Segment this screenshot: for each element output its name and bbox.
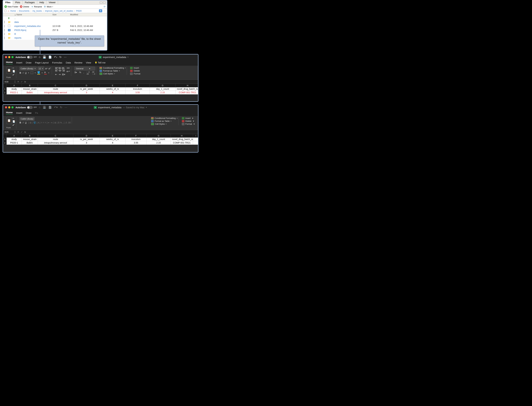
cell[interactable]: day_1_count <box>150 87 176 91</box>
more-button[interactable]: ⚙ More ▾ <box>44 5 53 8</box>
percent-icon[interactable]: % <box>79 71 81 75</box>
minimize-icon[interactable] <box>8 56 10 58</box>
cell[interactable]: mouse_strain <box>22 87 38 91</box>
cell[interactable]: 2.15 <box>150 91 176 94</box>
more-icon[interactable]: ⋯ <box>103 10 106 12</box>
switch-icon[interactable] <box>27 106 33 109</box>
align-right-icon[interactable] <box>62 70 65 72</box>
cell[interactable]: intrapulmonary aerosol <box>38 141 73 145</box>
cell[interactable]: weeks_of_rx <box>100 87 126 91</box>
breadcrumb-documents[interactable]: Documents <box>18 10 30 12</box>
minimize-icon[interactable] <box>8 106 10 109</box>
file-row[interactable]: ⬆.. <box>3 16 107 20</box>
close-icon[interactable] <box>5 56 7 58</box>
conditional-formatting-button[interactable]: Conditional Formatting▾ <box>99 67 126 69</box>
decrease-decimal-icon[interactable]: .00→.0 <box>92 71 95 75</box>
increase-font-icon[interactable]: A▴ <box>45 67 47 70</box>
conditional-formatting-button[interactable]: Conditional Formatting▾ <box>151 117 177 119</box>
cell[interactable]: novel_drug_batch_number <box>176 87 199 91</box>
spreadsheet-grid-1[interactable]: ABCDEFGH1studymouse_strainrouterx_per_we… <box>3 84 198 94</box>
insert-cells-button[interactable]: Insert <box>130 67 140 69</box>
select-all-checkbox[interactable] <box>4 10 7 12</box>
corner-cell[interactable] <box>3 84 7 87</box>
underline-button[interactable]: U <box>25 72 27 74</box>
cell[interactable]: 3.55 <box>126 91 150 94</box>
tab-draw[interactable]: Draw <box>26 61 31 64</box>
italic-button[interactable]: I <box>23 121 23 124</box>
column-header[interactable]: H <box>171 134 193 138</box>
file-name[interactable]: experiment_metadata.xlsx <box>14 25 41 27</box>
file-name[interactable]: data <box>14 21 19 23</box>
chevron-down-icon[interactable]: ▾ <box>127 56 128 58</box>
currency-icon[interactable]: $▾ <box>74 71 77 75</box>
italic-button[interactable]: I <box>23 72 23 74</box>
row-header[interactable]: 2 <box>3 91 7 94</box>
column-header[interactable]: B <box>22 84 38 87</box>
tab-viewer[interactable]: Viewer <box>46 0 58 5</box>
tab-plots[interactable]: Plots <box>13 0 22 5</box>
fx-icon[interactable]: fx <box>24 80 26 83</box>
cell[interactable]: Balb/c <box>22 141 38 145</box>
save-icon[interactable]: 💾 <box>43 55 46 59</box>
breadcrumb-pi020[interactable]: PI020 <box>76 10 82 12</box>
cell[interactable]: inoculum <box>126 138 147 141</box>
number-format-select[interactable]: General▾ <box>74 67 95 70</box>
tab-page-layout[interactable]: Pa <box>35 111 38 114</box>
column-header[interactable]: B <box>22 134 38 138</box>
cell[interactable]: rx_per_week <box>73 138 100 141</box>
cell[interactable] <box>193 138 199 141</box>
cell[interactable]: 3 <box>73 141 100 145</box>
tab-packages[interactable]: Packages <box>22 0 37 5</box>
align-bottom-icon[interactable] <box>62 67 65 69</box>
enter-icon[interactable]: ✓ <box>21 131 23 133</box>
row-header[interactable]: 2 <box>3 141 7 145</box>
cell[interactable]: Balb/c <box>22 91 38 94</box>
document-title[interactable]: x experiment_metadata — Saved to my Mac … <box>94 106 147 109</box>
col-size[interactable]: Size <box>52 13 70 16</box>
cell[interactable]: weeks_of_rx <box>100 138 126 141</box>
wrap-text-icon[interactable]: ab↵ <box>66 70 70 72</box>
file-name[interactable]: .. <box>14 17 16 20</box>
comma-icon[interactable]: , <box>83 71 84 75</box>
breadcrumb-mybooks[interactable]: my_books <box>32 10 42 12</box>
font-name-select[interactable]: Calibri (Body) <box>20 117 35 121</box>
cancel-icon[interactable]: ✕ <box>17 80 19 83</box>
cell[interactable]: 4 <box>100 141 126 145</box>
col-modified[interactable]: Modified <box>70 13 106 16</box>
font-color-icon[interactable]: A <box>44 71 47 74</box>
format-as-table-button[interactable]: Format as Table▾ <box>151 120 177 122</box>
cut-icon[interactable]: ✂ <box>12 117 15 120</box>
file-row[interactable]: RPI020.Rproj257 BFeb 9, 2022, 10:46 AM <box>3 28 107 32</box>
rename-button[interactable]: ➔ Rename <box>31 5 42 8</box>
align-top-icon[interactable] <box>55 67 58 69</box>
increase-indent-icon[interactable]: ⇥ <box>59 73 61 76</box>
row-header[interactable]: 1 <box>3 138 7 141</box>
checkbox[interactable] <box>4 33 5 36</box>
file-name[interactable]: reports <box>14 36 22 39</box>
zoom-icon[interactable] <box>11 106 14 109</box>
delete-cells-button[interactable]: Delete▾ <box>182 120 195 122</box>
document-title[interactable]: x experiment_metadata ▾ <box>99 56 128 58</box>
name-box-stepper[interactable]: ▲▼ <box>14 130 16 133</box>
column-header[interactable]: G <box>147 134 171 138</box>
column-header[interactable]: A <box>7 84 22 87</box>
name-box-stepper[interactable]: ▲▼ <box>14 80 16 83</box>
minimize-icon[interactable] <box>100 2 102 4</box>
column-header[interactable]: H <box>176 84 199 87</box>
cancel-icon[interactable]: ✕ <box>17 131 19 133</box>
column-header[interactable]: E <box>100 84 126 87</box>
col-name[interactable]: Name <box>16 13 22 16</box>
chevron-down-icon[interactable]: ▾ <box>146 106 147 109</box>
format-cells-button[interactable]: Format <box>130 72 140 75</box>
rproj-icon[interactable]: R <box>99 9 102 12</box>
sort-icon[interactable]: ▲ <box>14 14 16 16</box>
cell[interactable]: novel_drug_batch_number <box>171 138 193 141</box>
file-name[interactable]: R <box>14 33 16 35</box>
cell[interactable]: route <box>38 138 73 141</box>
cell[interactable] <box>193 141 199 145</box>
zoom-icon[interactable] <box>11 56 14 58</box>
orientation-icon[interactable]: ⤭▾ <box>66 67 70 69</box>
cell[interactable]: study <box>7 138 22 141</box>
increase-decimal-icon[interactable]: ←.0.00 <box>86 71 89 75</box>
delete-button[interactable]: ✕ Delete <box>20 5 29 8</box>
